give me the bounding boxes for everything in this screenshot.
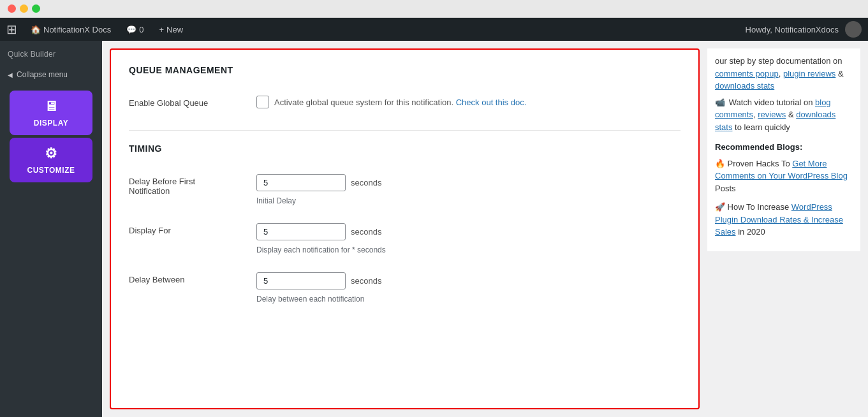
collapse-menu-button[interactable]: ◀ Collapse menu: [0, 65, 102, 84]
display-icon: 🖥: [44, 98, 59, 115]
collapse-arrow-icon: ◀: [8, 71, 13, 78]
wordpress-icon: ⊞: [6, 22, 17, 37]
close-button[interactable]: [8, 4, 16, 13]
sidebar: Quick Builder ◀ Collapse menu 🖥 DISPLAY …: [0, 41, 102, 417]
blog2-prefix: 🚀 How To Increase: [715, 202, 791, 212]
blog2-suffix: in 2020: [738, 227, 765, 237]
blog-item-1: 🔥 Proven Hacks To Get More Comments on Y…: [715, 157, 853, 195]
content-area: QUEUE MANAGEMENT Enable Global Queue Act…: [102, 41, 868, 417]
delay-before-control: seconds Initial Delay: [256, 174, 381, 205]
right-panel: our step by step documentation on commen…: [707, 48, 860, 409]
comments-count: 0: [139, 25, 143, 34]
delay-before-input[interactable]: [256, 174, 346, 191]
blog-item-2: 🚀 How To Increase WordPress Plugin Downl…: [715, 201, 853, 238]
delay-between-control: seconds Delay between each notification: [256, 272, 381, 304]
delay-between-label: Delay Between: [129, 272, 244, 284]
queue-management-section: QUEUE MANAGEMENT Enable Global Queue Act…: [129, 65, 680, 117]
enable-global-queue-control: Activate global queue system for this no…: [256, 96, 526, 108]
home-icon: 🏠: [31, 25, 41, 34]
site-name-item[interactable]: 🏠 NotificationX Docs: [23, 18, 119, 41]
watch-learn-text: to learn quickly: [735, 122, 790, 132]
reviews-link[interactable]: reviews: [758, 110, 786, 119]
avatar: [845, 21, 862, 38]
delay-before-unit: seconds: [351, 178, 381, 187]
main-layout: Quick Builder ◀ Collapse menu 🖥 DISPLAY …: [0, 41, 868, 417]
timing-section: TIMING Delay Before FirstNotification se…: [129, 143, 680, 312]
intro-paragraph: our step by step documentation on commen…: [715, 55, 853, 92]
sidebar-customize-label: CUSTOMIZE: [27, 166, 75, 175]
wp-logo[interactable]: ⊞: [0, 18, 23, 41]
plus-icon: +: [159, 25, 164, 34]
queue-management-title: QUEUE MANAGEMENT: [129, 65, 680, 75]
admin-bar-right: Howdy, NotificationXdocs: [746, 21, 868, 38]
blog1-prefix: 🔥 Proven Hacks To: [715, 159, 792, 168]
delay-before-input-wrap: seconds: [256, 174, 381, 191]
admin-bar-left: ⊞ 🏠 NotificationX Docs 💬 0 + New: [0, 18, 746, 41]
sidebar-nav: 🖥 DISPLAY ⚙ CUSTOMIZE: [0, 84, 102, 417]
new-item[interactable]: + New: [151, 18, 191, 41]
comments-popup-link[interactable]: comments popup: [715, 69, 779, 78]
display-for-row: Display For seconds Display each notific…: [129, 214, 680, 263]
display-for-unit: seconds: [351, 227, 381, 237]
quick-builder-label: Quick Builder: [0, 41, 102, 65]
queue-doc-link[interactable]: Check out this doc.: [456, 98, 527, 107]
watch-text: Watch video tutorial on: [729, 98, 813, 107]
enable-global-queue-inline: Activate global queue system for this no…: [256, 96, 526, 108]
minimize-button[interactable]: [20, 4, 28, 13]
timing-title: TIMING: [129, 143, 680, 154]
display-for-label: Display For: [129, 223, 244, 235]
plugin-reviews-link[interactable]: plugin reviews: [783, 69, 835, 78]
maximize-button[interactable]: [32, 4, 40, 13]
delay-between-unit: seconds: [351, 276, 381, 286]
downloads-stats-link[interactable]: downloads stats: [715, 81, 774, 91]
comments-icon: 💬: [126, 25, 136, 34]
delay-before-hint: Initial Delay: [256, 196, 381, 205]
display-for-input[interactable]: [256, 223, 346, 240]
comments-item[interactable]: 💬 0: [119, 18, 151, 41]
delay-between-input[interactable]: [256, 272, 346, 289]
sidebar-item-customize[interactable]: ⚙ CUSTOMIZE: [10, 138, 92, 182]
main-panel: QUEUE MANAGEMENT Enable Global Queue Act…: [110, 48, 700, 409]
delay-before-row: Delay Before FirstNotification seconds I…: [129, 165, 680, 214]
collapse-menu-label: Collapse menu: [17, 70, 68, 79]
enable-global-queue-label: Enable Global Queue: [129, 96, 244, 108]
delay-before-label: Delay Before FirstNotification: [129, 174, 244, 196]
howdy-text: Howdy, NotificationXdocs: [746, 25, 839, 34]
delay-between-hint: Delay between each notification: [256, 295, 381, 304]
delay-between-input-wrap: seconds: [256, 272, 381, 289]
queue-description: Activate global queue system for this no…: [274, 98, 526, 107]
title-bar: [0, 0, 868, 18]
section-divider-1: [129, 130, 680, 131]
admin-bar: ⊞ 🏠 NotificationX Docs 💬 0 + New Howdy, …: [0, 18, 868, 41]
delay-between-row: Delay Between seconds Delay between each…: [129, 263, 680, 312]
sidebar-item-display[interactable]: 🖥 DISPLAY: [10, 91, 92, 135]
watch-paragraph: 📹 Watch video tutorial on blog comments,…: [715, 96, 853, 134]
display-for-input-wrap: seconds: [256, 223, 386, 240]
display-for-hint: Display each notification for * seconds: [256, 245, 386, 254]
sidebar-display-label: DISPLAY: [34, 119, 68, 128]
video-icon: 📹: [715, 98, 725, 107]
display-for-control: seconds Display each notification for * …: [256, 223, 386, 254]
blog1-suffix: Posts: [715, 184, 736, 193]
new-label: New: [166, 25, 183, 34]
intro-text: our step by step documentation on: [715, 56, 842, 66]
enable-global-queue-checkbox[interactable]: [256, 96, 269, 108]
site-name: NotificationX Docs: [43, 25, 111, 34]
recommended-heading: Recommended Blogs:: [715, 141, 853, 154]
traffic-lights: [8, 4, 40, 13]
enable-global-queue-row: Enable Global Queue Activate global queu…: [129, 87, 680, 117]
customize-icon: ⚙: [45, 145, 58, 162]
right-panel-content: our step by step documentation on commen…: [707, 48, 860, 251]
